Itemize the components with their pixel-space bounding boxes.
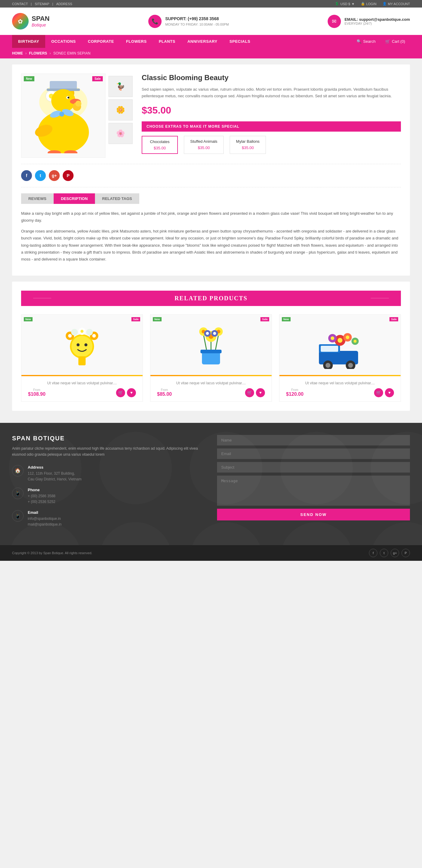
- footer-left: SPAN BOTIQUE Anim pariatur cliche repreh…: [12, 435, 205, 533]
- contact-link[interactable]: CONTACT: [12, 2, 32, 6]
- svg-point-29: [81, 330, 84, 333]
- currency-selector[interactable]: 💲 USD $ ▼: [335, 2, 355, 6]
- svg-point-27: [68, 334, 72, 338]
- search-icon: 🔍: [357, 39, 361, 44]
- svg-point-22: [72, 336, 92, 357]
- search-button[interactable]: 🔍 Search: [352, 35, 381, 48]
- thumbnail-1[interactable]: 🦆: [109, 76, 133, 97]
- svg-point-10: [67, 97, 69, 98]
- product-illustration: [27, 78, 100, 153]
- facebook-share[interactable]: f: [21, 170, 32, 181]
- product-card-image-1[interactable]: New Sale: [21, 315, 143, 375]
- breadcrumb: HOME › FLOWERS › SONEC EMIN SEPIAN: [0, 48, 422, 58]
- tab-content: Make a rainy day bright with a pop art m…: [21, 210, 401, 263]
- add-to-wishlist-1[interactable]: ♥: [127, 388, 136, 397]
- nav-corporate[interactable]: CORPORATE: [82, 35, 120, 48]
- extra-chocolates[interactable]: Chocolates $35.00: [142, 136, 178, 154]
- svg-point-63: [354, 340, 357, 343]
- breadcrumb-flowers[interactable]: FLOWERS: [29, 51, 47, 55]
- login-link[interactable]: 🔒 LOGIN: [361, 2, 376, 6]
- product-2-illustration: [187, 321, 235, 369]
- card-badge-sale-2: Sale: [260, 317, 269, 321]
- copyright-googleplus[interactable]: g+: [391, 549, 399, 557]
- card-price-row-1: From $108.90 🛒 ♥: [26, 388, 138, 397]
- add-to-cart-1[interactable]: 🛒: [116, 388, 125, 397]
- home-icon: 🏠: [12, 465, 24, 476]
- svg-point-53: [326, 363, 330, 368]
- footer-email-label: Email: [28, 510, 61, 515]
- tab-reviews[interactable]: REVIEWS: [21, 193, 54, 204]
- add-to-cart-3[interactable]: 🛒: [374, 388, 383, 397]
- email-input[interactable]: [217, 448, 410, 459]
- product-description: Sed sapien sapien, vulputate ac varius v…: [142, 86, 401, 99]
- product-card-image-3[interactable]: New Sale: [279, 315, 401, 375]
- nav-birthday[interactable]: BIRTHDAY: [12, 35, 45, 48]
- nav-anniversary[interactable]: ANNIVERSARY: [181, 35, 224, 48]
- copyright-social: f t g+ P: [369, 549, 410, 557]
- footer-right: SEND NOW: [217, 435, 410, 533]
- pinterest-share[interactable]: P: [63, 170, 74, 181]
- footer-address-line1: 112, 11th Floor, 32T Building,: [28, 471, 82, 476]
- svg-point-16: [59, 112, 64, 117]
- cart-button[interactable]: 🛒 Cart (0): [381, 35, 410, 48]
- message-input[interactable]: [217, 475, 410, 506]
- tab-related-tags[interactable]: RELATED TAGS: [95, 193, 139, 204]
- footer-address-info: Address 112, 11th Floor, 32T Building, C…: [28, 465, 82, 482]
- card-desc-1: Ut vitae neque vel lacus volutpat pulvin…: [26, 380, 138, 386]
- logo-flower-icon: ✿: [18, 18, 23, 25]
- extra-stuffed-name: Stuffed Animals: [190, 139, 217, 144]
- my-account-link[interactable]: 👤 MY ACCOUNT: [383, 2, 410, 6]
- extra-mylar-ballons[interactable]: Mylar Ballons $35.00: [230, 136, 266, 154]
- support-info: SUPPORT: (+99) 2358 3568 MONDAY TO FRIDA…: [165, 16, 229, 27]
- extras-options: Chocolates $35.00 Stuffed Animals $35.00…: [142, 136, 401, 154]
- main-image-wrap: New Sale: [21, 73, 106, 158]
- svg-point-31: [92, 334, 96, 338]
- tab-description[interactable]: DESCRIPTION: [54, 193, 95, 204]
- email-footer-icon: 📱: [12, 510, 24, 522]
- copyright-pinterest[interactable]: P: [401, 549, 410, 557]
- footer-address: 🏠 Address 112, 11th Floor, 32T Building,…: [12, 465, 205, 482]
- footer-address-line2: Cau Giay District, Hanoi, Vietnam: [28, 476, 82, 482]
- footer-email1: info@spanbotique.in: [28, 516, 61, 522]
- add-to-wishlist-3[interactable]: ♥: [385, 388, 394, 397]
- products-grid: New Sale: [21, 314, 401, 402]
- breadcrumb-home[interactable]: HOME: [12, 51, 23, 55]
- send-button[interactable]: SEND NOW: [217, 509, 410, 521]
- twitter-share[interactable]: t: [35, 170, 46, 181]
- logo-text: SPAN Botique: [32, 15, 50, 28]
- footer-brand: SPAN BOTIQUE: [12, 435, 205, 442]
- copyright-twitter[interactable]: t: [380, 549, 388, 557]
- logo-area[interactable]: ✿ SPAN Botique: [12, 13, 50, 30]
- add-to-cart-2[interactable]: 🛒: [245, 388, 254, 397]
- breadcrumb-sep1: ›: [25, 51, 27, 55]
- main-product-image[interactable]: New Sale: [21, 73, 106, 158]
- product-card-image-2[interactable]: New Sale: [150, 315, 272, 375]
- googleplus-share[interactable]: g+: [49, 170, 60, 181]
- add-to-wishlist-2[interactable]: ♥: [256, 388, 265, 397]
- nav-plants[interactable]: PLANTS: [153, 35, 181, 48]
- related-products-section: RELATED PRODUCTS New Sale: [12, 282, 410, 411]
- contact-form: SEND NOW: [217, 435, 410, 521]
- card-badge-sale-1: Sale: [132, 317, 140, 321]
- name-input[interactable]: [217, 435, 410, 445]
- address-link[interactable]: ADDRESS: [56, 2, 72, 6]
- thumbnail-3[interactable]: 🌸: [109, 123, 133, 144]
- card-desc-2: Ut vitae neque vel lacus volutpat pulvin…: [154, 380, 268, 386]
- extra-stuffed-animals[interactable]: Stuffed Animals $35.00: [184, 136, 224, 154]
- nav-occations[interactable]: OCCATIONS: [45, 35, 82, 48]
- card-price-2: $85.00: [157, 392, 172, 397]
- email-address: EMAIL: support@spanbotique.com: [344, 17, 410, 22]
- nav-specials[interactable]: SPECIALS: [223, 35, 256, 48]
- email-availability: EVERYDAY (24/7): [344, 22, 410, 25]
- card-badge-new-1: New: [24, 317, 33, 321]
- sitemap-link[interactable]: SITEMAP: [35, 2, 53, 6]
- nav-flowers[interactable]: FLOWERS: [120, 35, 153, 48]
- product-layout: New Sale: [21, 73, 401, 158]
- tab-paragraph-1: Make a rainy day bright with a pop art m…: [21, 210, 401, 224]
- copyright-facebook[interactable]: f: [369, 549, 377, 557]
- user-icon: 👤: [383, 2, 387, 6]
- subject-input[interactable]: [217, 462, 410, 472]
- card-price-row-2: From $85.00 🛒 ♥: [154, 388, 268, 397]
- thumbnail-2[interactable]: 🌼: [109, 99, 133, 121]
- main-content: New Sale: [0, 58, 422, 423]
